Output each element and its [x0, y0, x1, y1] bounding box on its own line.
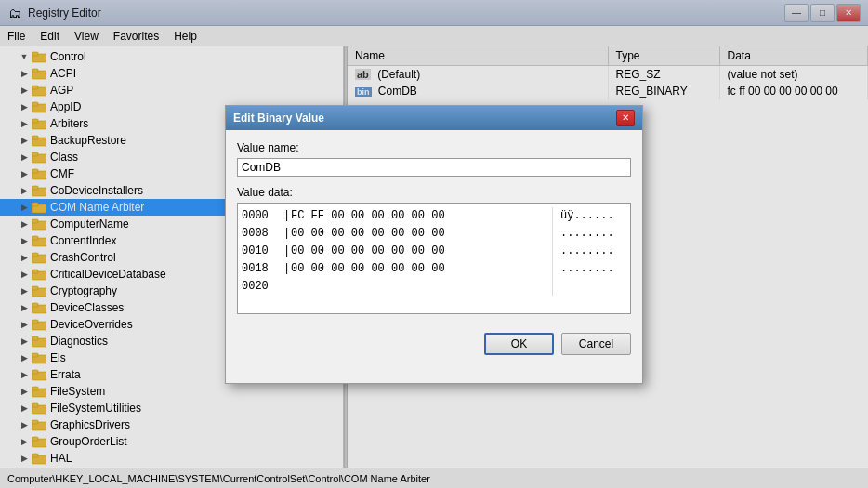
hex-ascii [552, 278, 626, 296]
dialog-overlay: Edit Binary Value ✕ Value name: Value da… [0, 0, 868, 488]
cancel-button[interactable]: Cancel [561, 333, 631, 355]
hex-values: 00 00 00 00 00 00 00 00 [291, 225, 552, 243]
hex-addr: 0010 [242, 243, 283, 260]
edit-binary-dialog: Edit Binary Value ✕ Value name: Value da… [225, 105, 643, 384]
hex-ascii: ........ [552, 243, 626, 260]
hex-ascii: üÿ...... [552, 207, 626, 225]
hex-row-2: 0010 | 00 00 00 00 00 00 00 00 ........ [242, 243, 626, 260]
dialog-close-button[interactable]: ✕ [616, 110, 635, 126]
hex-addr: 0020 [242, 278, 283, 296]
hex-row-1: 0008 | 00 00 00 00 00 00 00 00 ........ [242, 225, 626, 243]
ok-button[interactable]: OK [484, 333, 554, 355]
dialog-title: Edit Binary Value [233, 112, 616, 125]
hex-ascii: ........ [552, 225, 626, 243]
hex-row-0: 0000 | FC FF 00 00 00 00 00 00 üÿ...... [242, 207, 626, 225]
hex-ascii: ........ [552, 260, 626, 278]
hex-addr: 0018 [242, 260, 283, 278]
dialog-body: Value name: Value data: 0000 | FC FF 00 … [226, 130, 642, 325]
hex-values: 00 00 00 00 00 00 00 00 [291, 243, 552, 260]
hex-values: FC FF 00 00 00 00 00 00 [291, 207, 552, 225]
hex-row-3: 0018 | 00 00 00 00 00 00 00 00 ........ [242, 260, 626, 278]
dialog-title-bar: Edit Binary Value ✕ [226, 106, 642, 130]
hex-values [291, 278, 552, 296]
hex-addr: 0008 [242, 225, 283, 243]
hex-addr: 0000 [242, 207, 283, 225]
value-name-label: Value name: [237, 141, 631, 154]
hex-row-4: 0020 [242, 278, 626, 296]
hex-editor[interactable]: 0000 | FC FF 00 00 00 00 00 00 üÿ...... … [237, 203, 631, 314]
value-data-label: Value data: [237, 186, 631, 199]
dialog-footer: OK Cancel [226, 325, 642, 366]
hex-values: 00 00 00 00 00 00 00 00 [291, 260, 552, 278]
value-name-input[interactable] [237, 158, 631, 177]
